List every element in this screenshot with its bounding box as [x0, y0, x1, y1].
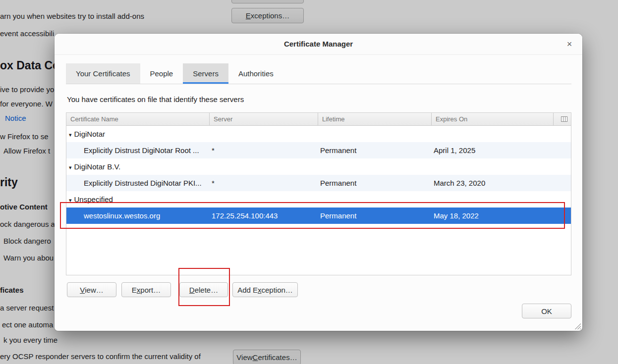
group-name: DigiNotar B.V. — [74, 162, 121, 171]
button-label-pre: Add E — [237, 286, 258, 294]
column-header-expires-on[interactable]: Expires On — [432, 113, 554, 125]
tab-your-certificates[interactable]: Your Certificates — [66, 63, 140, 84]
certificate-manager-dialog: Certificate Manager × Your Certificates … — [55, 34, 582, 331]
column-header-certificate-name[interactable]: Certificate Name — [66, 113, 210, 125]
resize-grip[interactable] — [573, 322, 581, 329]
cert-name-cell: Explicitly Distrusted DigiNotar PKI... — [66, 175, 210, 191]
cert-lifetime-cell: Permanent — [318, 208, 432, 224]
cert-lifetime-cell: Permanent — [318, 175, 432, 191]
expander-icon[interactable]: ▾ — [69, 164, 72, 170]
tab-people[interactable]: People — [140, 63, 183, 84]
cert-name-cell: Explicitly Distrust DigiNotar Root ... — [66, 142, 210, 158]
group-cell: ▾DigiNotar B.V. — [66, 158, 571, 175]
table-row-group-unspecified[interactable]: ▾Unspecified — [66, 191, 571, 208]
delete-button[interactable]: Delete… — [179, 282, 228, 297]
cert-lifetime-cell: Permanent — [318, 142, 432, 158]
dialog-header: Certificate Manager × — [55, 34, 582, 55]
table-row-group-diginotar[interactable]: ▾DigiNotar — [66, 126, 571, 142]
dialog-title: Certificate Manager — [55, 34, 582, 54]
table-row-group-diginotar-bv[interactable]: ▾DigiNotar B.V. — [66, 158, 571, 175]
column-header-lifetime[interactable]: Lifetime — [318, 113, 432, 125]
table-header: Certificate Name Server Lifetime Expires… — [66, 113, 571, 126]
cert-expires-cell: May 18, 2022 — [432, 208, 571, 224]
expander-icon[interactable]: ▾ — [69, 132, 72, 138]
certificates-table: Certificate Name Server Lifetime Expires… — [66, 112, 571, 275]
expander-icon[interactable]: ▾ — [69, 197, 72, 203]
close-icon[interactable]: × — [562, 34, 577, 54]
button-label-key: V — [80, 286, 85, 294]
cert-server-cell: 172.25.254.100:443 — [210, 208, 318, 224]
button-label-pre: E — [132, 286, 137, 294]
group-name: DigiNotar — [74, 130, 106, 138]
group-cell: ▾Unspecified — [66, 191, 571, 208]
tab-authorities[interactable]: Authorities — [228, 63, 283, 84]
export-button[interactable]: Export… — [121, 282, 171, 297]
tab-bar: Your Certificates People Servers Authori… — [66, 63, 571, 84]
button-label-post: elete… — [195, 286, 219, 294]
tab-servers[interactable]: Servers — [183, 63, 228, 84]
column-picker-button[interactable] — [554, 113, 571, 125]
group-cell: ▾DigiNotar — [66, 126, 571, 142]
button-label-key: D — [189, 286, 195, 294]
cert-name-cell: westoslinux.westos.org — [66, 208, 210, 224]
button-label-key: x — [137, 286, 141, 294]
group-name: Unspecified — [74, 195, 113, 204]
button-label-key: x — [258, 286, 262, 294]
cert-server-cell: * — [210, 175, 318, 191]
servers-description: You have certificates on file that ident… — [67, 95, 244, 104]
table-row-cert[interactable]: Explicitly Distrust DigiNotar Root ... *… — [66, 142, 571, 158]
button-label-post: ception… — [262, 286, 293, 294]
column-picker-icon — [561, 116, 567, 122]
button-label-post: iew… — [85, 286, 104, 294]
add-exception-button[interactable]: Add Exception… — [232, 282, 298, 297]
cert-expires-cell: April 1, 2025 — [432, 142, 571, 158]
cert-server-cell: * — [210, 142, 318, 158]
table-row-cert-selected[interactable]: westoslinux.westos.org 172.25.254.100:44… — [66, 208, 571, 224]
view-button[interactable]: View… — [67, 282, 116, 297]
ok-button[interactable]: OK — [522, 304, 571, 318]
button-label-post: port… — [140, 286, 161, 294]
cert-expires-cell: March 23, 2020 — [432, 175, 571, 191]
column-header-server[interactable]: Server — [210, 113, 318, 125]
table-row-cert[interactable]: Explicitly Distrusted DigiNotar PKI... *… — [66, 175, 571, 191]
